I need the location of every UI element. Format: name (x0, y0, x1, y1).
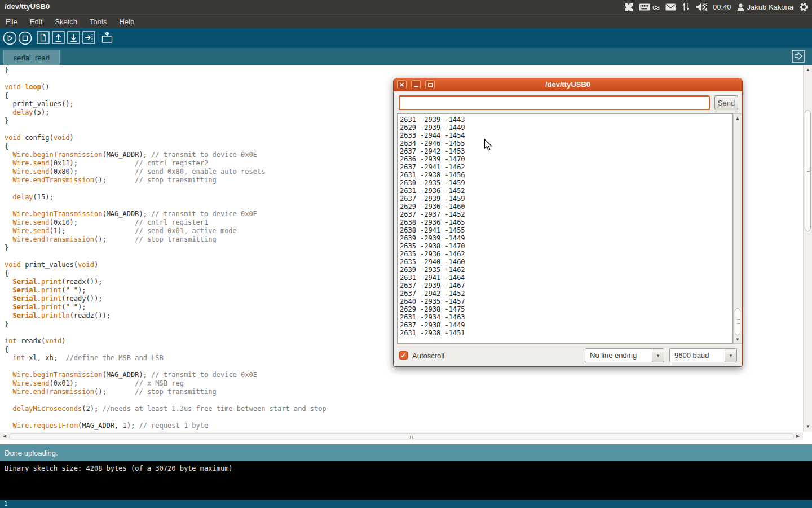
tab-menu-button[interactable] (792, 50, 805, 63)
baud-rate-select[interactable]: 9600 baud (669, 348, 725, 362)
line-number: 1 (4, 500, 8, 507)
stop-button[interactable] (18, 31, 32, 45)
keyboard-icon[interactable] (639, 3, 650, 11)
serial-send-input[interactable] (399, 95, 710, 110)
code-line: Wire.endTransmission(); // stop transmit… (5, 388, 326, 396)
code-line: Wire.endTransmission(); // stop transmit… (5, 176, 326, 185)
code-line: } (5, 117, 326, 125)
desktop-panel: /dev/ttyUSB0 cs 00:40 (0, 0, 812, 14)
serial-monitor-button[interactable] (100, 31, 114, 45)
tab-label: serial_read (14, 54, 50, 62)
code-line (5, 185, 326, 193)
menu-sketch[interactable]: Sketch (55, 17, 77, 26)
code-line: Wire.beginTransmission(MAG_ADDR); // tra… (5, 151, 326, 159)
code-line: { (5, 269, 326, 278)
code-line: { (5, 345, 326, 354)
code-line: void print_values(void) (5, 261, 326, 269)
tab-serial-read[interactable]: serial_read (3, 50, 60, 65)
serial-scroll-thumb[interactable] (735, 308, 740, 335)
verify-button[interactable] (3, 31, 17, 45)
code-line: int xl, xh; //define the MSB and LSB (5, 354, 326, 362)
code-line: } (5, 66, 326, 75)
upload-button[interactable] (82, 31, 96, 45)
open-button[interactable] (52, 31, 66, 45)
code-line (5, 413, 326, 422)
code-line (5, 125, 326, 134)
keyboard-layout-label[interactable]: cs (652, 3, 660, 11)
scroll-up-arrow-icon[interactable]: ▲ (735, 116, 740, 121)
code-line: { (5, 142, 326, 151)
editor-hscroll-thumb[interactable] (9, 433, 794, 439)
code-line: Serial.println(readz()); (5, 312, 326, 320)
scroll-down-arrow-icon[interactable]: ▼ (806, 424, 810, 429)
line-ending-value: No line ending (590, 351, 637, 360)
tab-strip: serial_read (0, 48, 812, 65)
editor-vscroll-thumb[interactable] (805, 110, 811, 231)
menu-help[interactable]: Help (119, 17, 134, 26)
menu-file[interactable]: File (6, 17, 17, 26)
code-line (5, 75, 326, 83)
code-line: delay(5); (5, 108, 326, 117)
code-line: print_values(); (5, 100, 326, 108)
code-line: Wire.send(0x01); // x MSB reg (5, 379, 326, 388)
scroll-left-arrow-icon[interactable]: ◀ (3, 434, 6, 439)
code-line: Serial.print(" "); (5, 286, 326, 295)
save-button[interactable] (67, 31, 81, 45)
username-label[interactable]: Jakub Kakona (747, 3, 793, 11)
ide-toolbar (0, 28, 812, 48)
mail-icon[interactable] (665, 3, 676, 11)
scroll-grip (807, 169, 810, 173)
serial-monitor-controls: ✓ Autoscroll No line ending ▾ 9600 baud … (394, 344, 742, 366)
menu-edit[interactable]: Edit (30, 17, 42, 26)
scroll-up-arrow-icon[interactable]: ▲ (806, 68, 810, 72)
code-line: Wire.requestFrom(MAG_ADDR, 1); // reques… (5, 422, 326, 430)
new-sketch-button[interactable] (37, 31, 51, 45)
x-applet-icon[interactable] (624, 3, 633, 12)
line-ending-select[interactable]: No line ending (585, 348, 652, 362)
code-line (5, 202, 326, 210)
status-message: Done uploading. (5, 449, 58, 457)
autoscroll-checkbox[interactable]: ✓ (399, 351, 408, 360)
clock-label[interactable]: 00:40 (713, 3, 731, 11)
code-line: Wire.send(0x10); // cntrl register1 (5, 218, 326, 227)
ide-console: Binary sketch size: 4208 bytes (of a 307… (0, 461, 812, 500)
serial-output[interactable]: 2631 -2939 -1443 2629 -2939 -1449 2633 -… (400, 116, 465, 337)
code-line: void config(void) (5, 134, 326, 142)
serial-output-area[interactable]: 2631 -2939 -1443 2629 -2939 -1449 2633 -… (397, 113, 733, 344)
network-arrows-icon[interactable] (682, 3, 690, 11)
window-title: /dev/ttyUSB0 (5, 2, 50, 11)
serial-monitor-window: ✕ /dev/ttyUSB0 Send 2631 -2939 -1443 262… (393, 78, 743, 367)
editor-vertical-scrollbar[interactable]: ▲ ▼ (803, 65, 812, 432)
code-line: Wire.beginTransmission(MAG_ADDR); // tra… (5, 371, 326, 379)
menubar: File Edit Sketch Tools Help (0, 14, 812, 28)
send-button[interactable]: Send (714, 95, 738, 110)
code-line: Wire.send(0x11); // cntrl register2 (5, 159, 326, 168)
code-line: Serial.print(readx()); (5, 278, 326, 286)
serial-scrollbar[interactable]: ▲ ▼ (733, 113, 742, 344)
desktop: /dev/ttyUSB0 cs 00:40 (0, 0, 812, 508)
line-indicator-bar: 1 (0, 500, 812, 508)
mouse-cursor (484, 139, 493, 154)
code-line: Wire.send(1); // send 0x01, active mode (5, 227, 326, 235)
editor-divider (0, 440, 812, 444)
menu-tools[interactable]: Tools (90, 17, 107, 26)
code-line (5, 396, 326, 405)
editor-horizontal-scrollbar[interactable]: ◀ ▶ (0, 432, 803, 440)
session-gear-icon[interactable] (799, 2, 809, 12)
code-line: Serial.print(ready()); (5, 295, 326, 303)
code-line: delay(15); (5, 193, 326, 202)
code-area[interactable]: } void loop(){ print_values(); delay(5);… (5, 66, 326, 430)
scroll-right-arrow-icon[interactable]: ▶ (796, 434, 800, 439)
serial-monitor-title: /dev/ttyUSB0 (394, 80, 742, 89)
scroll-down-arrow-icon[interactable]: ▼ (735, 338, 740, 342)
code-line: } (5, 244, 326, 252)
code-line (5, 362, 326, 371)
baud-rate-value: 9600 baud (674, 351, 709, 360)
chevron-down-icon[interactable]: ▾ (725, 348, 737, 362)
chevron-down-icon[interactable]: ▾ (652, 348, 664, 362)
ide-status-bar: Done uploading. (0, 444, 812, 461)
serial-monitor-titlebar[interactable]: ✕ /dev/ttyUSB0 (394, 78, 742, 91)
autoscroll-label: Autoscroll (412, 352, 444, 360)
code-line: { (5, 91, 326, 100)
volume-icon[interactable] (696, 3, 707, 11)
